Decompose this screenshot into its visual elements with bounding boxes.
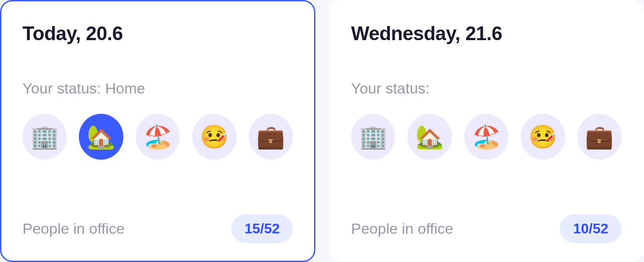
day-title: Today, 20.6 <box>22 22 293 45</box>
day-card-today[interactable]: Today, 20.6 Your status: Home 🏢 🏡 🏖️ 🤒 💼… <box>0 0 315 262</box>
status-btn-business-trip[interactable]: 💼 <box>577 114 622 160</box>
status-btn-office[interactable]: 🏢 <box>22 114 67 160</box>
sick-icon: 🤒 <box>529 125 557 148</box>
card-footer: People in office 15/52 <box>22 214 293 243</box>
office-icon: 🏢 <box>30 125 59 148</box>
status-btn-home[interactable]: 🏡 <box>79 114 123 160</box>
day-title: Wednesday, 21.6 <box>351 22 622 45</box>
home-icon: 🏡 <box>415 125 444 148</box>
status-btn-office[interactable]: 🏢 <box>351 114 395 160</box>
people-count-badge[interactable]: 10/52 <box>560 214 622 243</box>
sick-icon: 🤒 <box>200 125 229 148</box>
status-label: Your status: Home <box>22 80 293 97</box>
status-value: Home <box>105 80 145 97</box>
status-buttons-row: 🏢 🏡 🏖️ 🤒 💼 <box>351 114 622 160</box>
briefcase-icon: 💼 <box>585 125 614 148</box>
day-cards-container: Today, 20.6 Your status: Home 🏢 🏡 🏖️ 🤒 💼… <box>0 0 644 262</box>
vacation-icon: 🏖️ <box>144 125 172 148</box>
office-icon: 🏢 <box>359 125 388 148</box>
status-label: Your status: <box>351 80 622 97</box>
day-card-wednesday[interactable]: Wednesday, 21.6 Your status: 🏢 🏡 🏖️ 🤒 💼 … <box>329 0 644 262</box>
people-count-badge[interactable]: 15/52 <box>231 214 293 243</box>
people-in-office-label: People in office <box>22 220 125 237</box>
status-btn-sick[interactable]: 🤒 <box>521 114 565 160</box>
status-buttons-row: 🏢 🏡 🏖️ 🤒 💼 <box>22 114 293 160</box>
briefcase-icon: 💼 <box>256 125 285 148</box>
people-in-office-label: People in office <box>351 220 453 237</box>
status-prefix: Your status: <box>22 80 105 97</box>
status-btn-home[interactable]: 🏡 <box>407 114 452 160</box>
status-btn-vacation[interactable]: 🏖️ <box>464 114 508 160</box>
card-footer: People in office 10/52 <box>351 214 622 243</box>
vacation-icon: 🏖️ <box>472 125 501 148</box>
status-btn-vacation[interactable]: 🏖️ <box>136 114 180 160</box>
status-prefix: Your status: <box>351 80 429 97</box>
status-btn-business-trip[interactable]: 💼 <box>249 114 293 160</box>
home-icon: 🏡 <box>87 125 115 148</box>
status-btn-sick[interactable]: 🤒 <box>192 114 236 160</box>
